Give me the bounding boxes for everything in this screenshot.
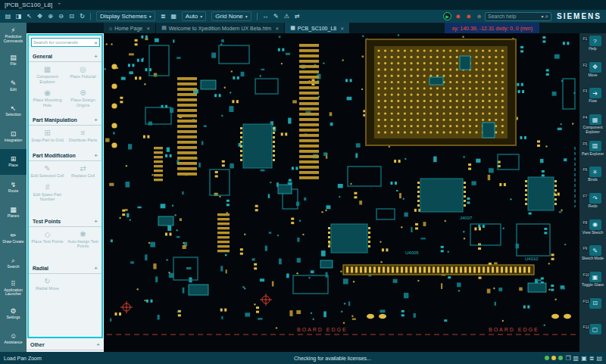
cmd-snap-part-to-grid[interactable]: ⊞ Snap Part to Grid	[30, 127, 65, 146]
fkey-f5-tile[interactable]: F5 ▥	[589, 141, 601, 151]
cmd-place-design-origins[interactable]: ⊕ Place Design Origins	[65, 87, 101, 110]
fkey-f1-tile[interactable]: F1 ?	[589, 36, 601, 46]
fkey-f4[interactable]: F4 ▦ Component Explorer	[579, 114, 606, 141]
sidebar-item-predictive-commands[interactable]: ⚡ Predictive Commands	[0, 23, 27, 48]
command-search[interactable]: ✕	[31, 38, 100, 47]
cmd-place-fiducial[interactable]: ◎ Place Fiducial	[65, 64, 101, 87]
record-icon[interactable]: ●	[454, 12, 462, 20]
expand-icon[interactable]: +	[94, 117, 98, 123]
fkey-f5[interactable]: F5 ▥ Part Explorer	[579, 141, 606, 167]
swap-icon[interactable]: ⇄	[292, 13, 302, 20]
expand-icon[interactable]: +	[94, 152, 98, 159]
tab-pcb-design[interactable]: ▦ PCB_SC100_L8 ✕	[285, 23, 350, 33]
cmd-place-test-points[interactable]: ◇ Place Test Points	[30, 229, 65, 252]
sidebar-item-application-launcher[interactable]: ⠿ Application Launcher	[0, 276, 27, 301]
chevron-down-icon[interactable]: ▾	[541, 14, 543, 19]
pcb-viewport[interactable]: BOARD EDGEBOARD EDGEU4005U4010J4007	[104, 33, 579, 352]
annotate-icon[interactable]: ✎	[271, 13, 281, 20]
sidebar-item-integration[interactable]: ⊡ Integration	[0, 124, 27, 149]
sidebar-item-search[interactable]: ⌕ Search	[0, 250, 27, 275]
close-icon[interactable]: ✕	[340, 26, 344, 31]
sidebar-item-edit[interactable]: ✎ Edit	[0, 73, 27, 98]
zoom-out-icon[interactable]: ⊖	[56, 13, 66, 20]
cmd-replace-cell[interactable]: ⇄ Replace Cell	[65, 163, 101, 182]
fkey-f12[interactable]: F12 ▢	[579, 324, 606, 350]
auto-dropdown[interactable]: Auto ▾	[182, 11, 206, 21]
tab-home-page[interactable]: ⌂ Home Page ✕	[104, 23, 156, 33]
sidebar-item-selection[interactable]: ↖ Selection	[0, 98, 27, 123]
drc-warning-icon[interactable]: ⚠	[282, 13, 292, 20]
zoom-fit-icon[interactable]: ⊡	[67, 13, 77, 20]
pause-icon[interactable]: ●	[475, 12, 483, 20]
command-search-input[interactable]	[33, 40, 92, 45]
zoom-in-icon[interactable]: ⊕	[45, 13, 55, 20]
sidebar-item-route[interactable]: ↯ Route	[0, 175, 27, 200]
redraw-icon[interactable]: ↻	[77, 13, 87, 20]
help-search-input[interactable]	[488, 14, 540, 19]
fkey-f10-tile[interactable]: F10 ▣	[589, 272, 601, 282]
sidebar-item-file[interactable]: ▤ File	[0, 48, 27, 73]
expand-icon[interactable]: +	[94, 265, 98, 272]
section-header[interactable]: Other +	[27, 341, 104, 350]
tab-welcome[interactable]: ▤ Welcome to Xpedition Modern UX Beta.ht…	[156, 23, 285, 33]
cmd-edit-selected-cell[interactable]: ✎ Edit Selected Cell	[30, 163, 65, 182]
fkey-f11[interactable]: F11 ⊡	[579, 298, 606, 325]
cmd-auto-assign-test-points[interactable]: ✱ Auto Assign Test Points	[65, 229, 101, 252]
save-icon[interactable]: ◨	[14, 13, 23, 20]
expand-icon[interactable]: +	[94, 218, 98, 225]
sidebar-item-settings[interactable]: ⚙ Settings	[0, 301, 27, 326]
section-header[interactable]: Part Modification +	[29, 151, 102, 161]
cmd-edit-spare-part-number[interactable]: # Edit Spare Part Number	[30, 182, 65, 205]
grid-toggle-icon[interactable]: ▦	[169, 13, 179, 20]
sidebar-item-place[interactable]: ⊞ Place	[0, 149, 27, 174]
fkey-f1[interactable]: F1 ? Help	[579, 36, 606, 62]
section-header[interactable]: General +	[29, 52, 102, 62]
fkey-f9[interactable]: F9 ✎ Sketch Mode	[579, 245, 606, 272]
open-icon[interactable]: ▤	[3, 13, 13, 20]
fkey-f11-tile[interactable]: F11 ⊡	[589, 298, 601, 309]
expand-icon[interactable]: +	[96, 341, 100, 348]
expand-icon[interactable]: +	[94, 53, 98, 60]
section-header[interactable]: Part Manipulation +	[29, 116, 102, 126]
pcb-canvas[interactable]: BOARD EDGEBOARD EDGEU4005U4010J4007	[104, 33, 579, 352]
play-icon[interactable]: ▶	[443, 12, 451, 20]
cmd-place-mounting-hole[interactable]: ◉ Place Mounting Hole	[30, 87, 65, 110]
sidebar-item-planes[interactable]: ▦ Planes	[0, 200, 27, 225]
section-header[interactable]: Test Points +	[29, 217, 102, 227]
fkey-f8[interactable]: F8 ◉ View Sketch	[579, 219, 606, 246]
pan-icon[interactable]: ✥	[35, 13, 45, 20]
fkey-f6-tile[interactable]: F6 ✳	[589, 166, 601, 177]
fkey-f7[interactable]: F7 ↷ Redo	[579, 193, 606, 219]
fkey-f2-tile[interactable]: F2 ✥	[589, 62, 601, 73]
layers-icon[interactable]: ≣	[158, 13, 168, 20]
clear-icon[interactable]: ✕	[94, 40, 98, 45]
grid-dropdown[interactable]: Grid None ▾	[211, 11, 251, 21]
fkey-f8-tile[interactable]: F8 ◉	[589, 219, 601, 230]
display-schemes-dropdown[interactable]: Display Schemes ▾	[96, 11, 155, 21]
panel-layout-icon[interactable]: ❐	[565, 355, 570, 362]
fkey-f3[interactable]: F3 ➔ Flow	[579, 88, 606, 114]
panel-layout-icon[interactable]: ▤	[596, 355, 602, 362]
stop-icon[interactable]: ●	[464, 12, 473, 20]
section-header[interactable]: Radial +	[29, 264, 102, 274]
measure-icon[interactable]: ↔	[261, 13, 270, 20]
fkey-f4-tile[interactable]: F4 ▦	[589, 114, 601, 125]
fkey-f2[interactable]: F2 ✥ Move	[579, 62, 606, 89]
select-cursor-icon[interactable]: ↖	[24, 13, 34, 20]
panel-layout-icon[interactable]: ▥	[573, 355, 579, 362]
fkey-f10[interactable]: F10 ▣ Toggle Glass	[579, 272, 606, 298]
sidebar-item-draw-create[interactable]: ✏ Draw Create	[0, 226, 27, 250]
fkey-f3-tile[interactable]: F3 ➔	[589, 88, 601, 98]
collapse-caret-icon[interactable]: ⌃	[57, 2, 61, 8]
search-icon[interactable]: ⌕	[545, 13, 548, 20]
fkey-f7-tile[interactable]: F7 ↷	[589, 193, 601, 204]
fkey-f12-tile[interactable]: F12 ▢	[589, 324, 601, 334]
fkey-f9-tile[interactable]: F9 ✎	[589, 245, 601, 256]
help-search[interactable]: ▾ ⌕	[485, 12, 551, 21]
pin-icon[interactable]: ⌖	[102, 39, 103, 46]
fkey-f6[interactable]: F6 ✳ Binds	[579, 166, 606, 193]
sidebar-item-assistance[interactable]: ☺ Assistance	[0, 327, 27, 352]
cmd-radial-move[interactable]: ↻ Radial Move	[30, 275, 65, 294]
cmd-component-explorer[interactable]: ▦ Component Explorer	[30, 64, 65, 87]
cmd-distribute-parts[interactable]: ≡ Distribute Parts	[65, 127, 101, 146]
